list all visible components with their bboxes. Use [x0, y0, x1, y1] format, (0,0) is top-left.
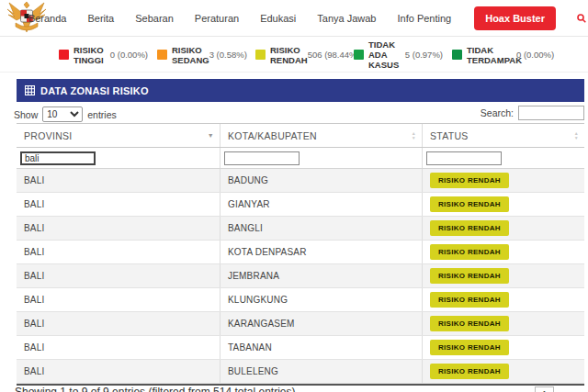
page-length-select[interactable]: 10 [42, 106, 83, 122]
legend-value: 3 (0.58%) [209, 50, 256, 60]
column-header-provinsi[interactable]: PROVINSI▼ [17, 124, 220, 147]
cell-status: RISIKO RENDAH [423, 169, 584, 192]
show-label: Show [14, 109, 38, 120]
cell-provinsi: BALI [17, 193, 220, 216]
entries-label: entries [87, 109, 117, 120]
legend-item: RISIKO TINGGI0 (0.00%) [59, 45, 157, 65]
filter-cell-provinsi [17, 148, 220, 168]
cell-status: RISIKO RENDAH [423, 264, 584, 287]
cell-provinsi: BALI [17, 241, 220, 263]
table-body: BALIBADUNGRISIKO RENDAHBALIGIANYARRISIKO… [17, 169, 584, 384]
search-input[interactable] [518, 106, 584, 120]
legend-color-swatch [452, 50, 462, 60]
search-icon[interactable] [577, 14, 586, 23]
cell-provinsi: BALI [17, 264, 220, 287]
table-info: Showing 1 to 9 of 9 entries (filtered fr… [15, 386, 296, 392]
cell-provinsi: BALI [17, 288, 220, 311]
cell-status: RISIKO RENDAH [423, 288, 584, 311]
column-label: STATUS [430, 130, 469, 141]
table-search: Search: [481, 106, 584, 120]
status-badge: RISIKO RENDAH [430, 173, 509, 188]
legend-item: RISIKO RENDAH506 (98.44%) [255, 45, 354, 65]
legend-color-swatch [354, 50, 364, 60]
legend-label: RISIKO TINGGI [74, 45, 110, 65]
legend-item: TIDAK TERDAMPAK0 (0.00%) [452, 45, 550, 65]
legend-color-swatch [255, 50, 266, 60]
cell-provinsi: BALI [17, 217, 220, 240]
table-row[interactable]: BALIGIANYARRISIKO RENDAH [17, 193, 584, 217]
status-badge: RISIKO RENDAH [430, 292, 509, 308]
nav-item-peraturan[interactable]: Peraturan [195, 13, 239, 24]
column-label: KOTA/KABUPATEN [228, 130, 317, 141]
cell-provinsi: BALI [17, 312, 220, 335]
cell-kota: KARANGASEM [220, 312, 423, 335]
main-nav: BerandaBeritaSebaranPeraturanEdukasiTany… [28, 0, 586, 37]
legend-color-swatch [157, 50, 167, 60]
legend-label: TIDAK ADA KASUS [368, 39, 405, 70]
column-label: PROVINSI [24, 130, 73, 141]
table-grid-icon [25, 85, 35, 95]
search-label: Search: [481, 107, 514, 118]
panel-header: DATA ZONASI RISIKO [17, 79, 584, 102]
risk-legend: RISIKO TINGGI0 (0.00%)RISIKO SEDANG3 (0.… [0, 38, 588, 73]
status-badge: RISIKO RENDAH [430, 196, 509, 212]
cell-kota: BULELENG [220, 360, 423, 383]
nav-item-beranda[interactable]: Beranda [28, 13, 67, 24]
cell-kota: JEMBRANA [220, 264, 423, 287]
cell-kota: KOTA DENPASAR [220, 241, 423, 263]
table-row[interactable]: BALIBANGLIRISIKO RENDAH [17, 217, 584, 241]
cell-kota: KLUNGKUNG [220, 288, 423, 311]
cell-kota: GIANYAR [220, 193, 423, 216]
status-badge: RISIKO RENDAH [430, 340, 509, 355]
column-header-kota[interactable]: KOTA/KABUPATEN▲▼ [220, 124, 423, 147]
cell-status: RISIKO RENDAH [423, 241, 584, 263]
status-badge: RISIKO RENDAH [430, 220, 509, 236]
hoax-buster-button[interactable]: Hoax Buster [474, 6, 556, 30]
status-filter-input[interactable] [426, 151, 502, 165]
filter-cell-status [423, 148, 584, 168]
column-header-status[interactable]: STATUS▲▼ [423, 124, 584, 147]
provinsi-filter-input[interactable] [20, 151, 96, 165]
status-badge: RISIKO RENDAH [430, 268, 509, 284]
table-row[interactable]: BALIKARANGASEMRISIKO RENDAH [17, 312, 584, 336]
nav-item-berita[interactable]: Berita [87, 13, 114, 24]
status-badge: RISIKO RENDAH [430, 364, 509, 379]
table-row[interactable]: BALIBADUNGRISIKO RENDAH [17, 169, 584, 193]
legend-label: RISIKO RENDAH [270, 45, 308, 65]
table-filter-row [17, 148, 584, 169]
pagination-button[interactable]: 1 [535, 386, 554, 392]
nav-item-tanya-jawab[interactable]: Tanya Jawab [317, 13, 376, 24]
kota-filter-input[interactable] [224, 151, 300, 165]
status-badge: RISIKO RENDAH [430, 244, 509, 260]
data-table: PROVINSI▼KOTA/KABUPATEN▲▼STATUS▲▼ BALIBA… [17, 123, 584, 386]
table-row[interactable]: BALIJEMBRANARISIKO RENDAH [17, 264, 584, 288]
cell-kota: TABANAN [220, 336, 423, 359]
legend-item: TIDAK ADA KASUS5 (0.97%) [354, 39, 452, 70]
sort-icon[interactable]: ▲▼ [574, 131, 579, 140]
legend-item: RISIKO SEDANG3 (0.58%) [157, 45, 255, 65]
cell-status: RISIKO RENDAH [423, 312, 584, 335]
legend-label: RISIKO SEDANG [172, 45, 209, 65]
table-row[interactable]: BALIKLUNGKUNGRISIKO RENDAH [17, 288, 584, 312]
nav-item-edukasi[interactable]: Edukasi [260, 13, 296, 24]
filter-cell-kota [220, 148, 423, 168]
cell-status: RISIKO RENDAH [423, 336, 584, 359]
panel-title: DATA ZONASI RISIKO [40, 85, 149, 96]
cell-status: RISIKO RENDAH [423, 360, 584, 383]
legend-color-swatch [59, 50, 69, 60]
table-row[interactable]: BALIBULELENGRISIKO RENDAH [17, 360, 584, 384]
sort-desc-icon[interactable]: ▼ [208, 132, 214, 139]
nav-item-sebaran[interactable]: Sebaran [135, 13, 174, 24]
table-header-row: PROVINSI▼KOTA/KABUPATEN▲▼STATUS▲▼ [17, 124, 584, 148]
table-row[interactable]: BALITABANANRISIKO RENDAH [17, 336, 584, 360]
navbar: BerandaBeritaSebaranPeraturanEdukasiTany… [0, 0, 588, 37]
legend-value: 0 (0.00%) [110, 50, 157, 60]
cell-kota: BANGLI [220, 217, 423, 240]
legend-value: 0 (0.00%) [516, 50, 563, 60]
cell-provinsi: BALI [17, 169, 220, 192]
table-row[interactable]: BALIKOTA DENPASARRISIKO RENDAH [17, 241, 584, 264]
nav-item-info-penting[interactable]: Info Penting [397, 13, 451, 24]
cell-kota: BADUNG [220, 169, 423, 192]
status-badge: RISIKO RENDAH [430, 316, 509, 331]
sort-icon[interactable]: ▲▼ [412, 131, 416, 140]
